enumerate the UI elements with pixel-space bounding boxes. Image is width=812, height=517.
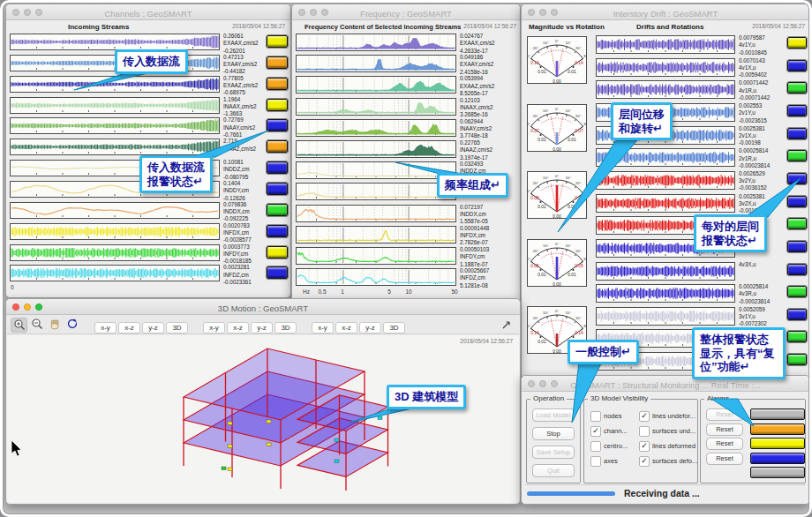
channel-name: 4v1X,u xyxy=(739,64,767,71)
zoom-window-icon[interactable] xyxy=(35,303,42,311)
view-button-y-z[interactable]: y-z xyxy=(142,322,164,333)
reset-button[interactable]: Reset xyxy=(706,438,743,450)
alarms-group: Alarms ResetResetResetReset xyxy=(700,399,806,483)
view-button-y-z[interactable]: y-z xyxy=(251,322,273,333)
minimize-icon[interactable] xyxy=(539,380,546,387)
spectrum-plot xyxy=(297,99,455,115)
alarm-indicator xyxy=(787,60,807,71)
annotation-pair-alarm-status: 每对的层间 报警状态↵ xyxy=(694,214,767,252)
value-max: 0.002553 xyxy=(739,102,767,109)
checkbox-lines-deformed[interactable]: ✓ xyxy=(639,441,650,452)
close-icon[interactable] xyxy=(528,380,535,387)
view-button-x-z[interactable]: x-z xyxy=(227,322,249,333)
view-button-x-y[interactable]: x-y xyxy=(312,322,334,333)
close-icon[interactable] xyxy=(12,303,19,311)
reset-button[interactable]: Reset xyxy=(706,423,743,436)
value-max: 0.00025814 xyxy=(739,147,770,154)
view-button-y-z[interactable]: y-z xyxy=(359,322,381,333)
trace-plot xyxy=(597,59,734,76)
alarm-indicator xyxy=(787,128,807,139)
trace-box xyxy=(596,35,735,54)
stream-values: 0.000258142v1R,u-0.00023814 xyxy=(739,147,770,169)
alarm-indicator xyxy=(267,140,288,153)
value-max: 0.032493 xyxy=(460,161,485,168)
checkbox-surfaces-und-[interactable] xyxy=(639,426,650,437)
view-button-x-z[interactable]: x-z xyxy=(118,322,140,333)
pan-icon xyxy=(49,318,61,330)
reset-button: Reset xyxy=(706,408,743,421)
value-max: 0.0052059 xyxy=(739,306,767,313)
zoom-out-tool-button[interactable] xyxy=(28,318,45,333)
value-max: 0.0025381 xyxy=(739,193,765,200)
checkbox-row: ✓chann... xyxy=(590,423,628,438)
alarm-row xyxy=(706,466,800,479)
window-lights[interactable] xyxy=(528,380,558,387)
view-button-x-y[interactable]: x-y xyxy=(94,322,117,333)
view-button-3D[interactable]: 3D xyxy=(274,322,297,333)
window-lights[interactable] xyxy=(12,303,42,311)
timestamp: 2018/05/04 12:56:27 xyxy=(460,338,513,344)
channel-name: INFDY,cm xyxy=(223,251,252,258)
pointer-mode-icon[interactable] xyxy=(500,318,512,333)
value-min: -0.0059402 xyxy=(739,71,767,79)
checkbox-surfaces-defo-[interactable]: ✓ xyxy=(639,456,650,467)
channel-name: 4v3R,u xyxy=(739,290,770,297)
view-button-x-y[interactable]: x-y xyxy=(203,322,225,333)
motion-titlebar[interactable]: 3D Motion : GeoSMART xyxy=(6,299,520,315)
stop-button[interactable]: Stop xyxy=(532,427,575,440)
value-max: 0.00050103 xyxy=(460,246,489,253)
stream-values: 0.024767EXAAX,cm/s24.2633e-17 xyxy=(460,33,495,55)
alarm-indicator xyxy=(267,78,288,90)
stream-values: 0.10081INDDZ,cm-0.080795 xyxy=(223,159,249,181)
view-button-x-z[interactable]: x-z xyxy=(335,322,357,333)
minimize-icon[interactable] xyxy=(24,303,31,311)
alarm-row: Reset xyxy=(706,423,800,436)
value-min: -0.0023361 xyxy=(223,279,252,286)
checkbox-centro-[interactable] xyxy=(590,441,601,452)
channel-name: INAAY,cm/s2 xyxy=(460,125,492,132)
trace-box xyxy=(10,117,220,134)
view-button-3D[interactable]: 3D xyxy=(166,322,188,333)
alarm-indicator xyxy=(787,37,807,49)
stream-row: 0.00265293v2Y,u-0.0036152 xyxy=(522,169,809,191)
checkbox-row: centro... xyxy=(590,438,628,453)
checkbox-lines-undefor-[interactable]: ✓ xyxy=(639,411,650,422)
spectrum-plot xyxy=(297,269,455,285)
stream-row: 0.00091448INFDX,cm2.7826e-07 xyxy=(292,224,520,245)
alarm-indicator xyxy=(787,82,807,94)
checkbox-nodes[interactable] xyxy=(590,411,601,422)
reset-button[interactable]: Reset xyxy=(706,453,743,465)
channel-name: 2v1R,u xyxy=(739,155,770,162)
trace-plot xyxy=(11,245,219,260)
value-max: 0.1404 xyxy=(223,180,249,187)
progress-bar xyxy=(527,491,615,496)
alarm-indicator xyxy=(787,309,807,320)
trace-box xyxy=(296,34,456,51)
zoom-window-icon[interactable] xyxy=(551,380,558,387)
value-max: 0.12103 xyxy=(460,97,492,104)
value-min: -0.00023814 xyxy=(739,162,770,169)
value-max: 0.072197 xyxy=(460,204,488,211)
alarm-indicator xyxy=(267,161,288,174)
rotate-tool-button[interactable] xyxy=(64,318,80,333)
channels-rows: 0.26061EXAAX,cm/s2-0.262010.47213EXAAY,c… xyxy=(6,4,290,297)
pan-tool-button[interactable] xyxy=(46,318,63,333)
model-canvas[interactable]: 2018/05/04 12:56:27 xyxy=(7,335,519,503)
channel-name: INAAX,cm/s2 xyxy=(223,103,256,110)
stream-values: 0.00091448INFDX,cm2.7826e-07 xyxy=(460,225,489,247)
stream-values: 0.053994EXAAZ,cm/s28.5265e-17 xyxy=(460,75,494,97)
checkbox-axes[interactable] xyxy=(590,456,601,467)
annotation-general-control: 一般控制↵ xyxy=(568,340,639,364)
trace-plot xyxy=(11,118,219,133)
value-max: 0.0003773 xyxy=(223,244,252,251)
zoom-in-tool-button[interactable] xyxy=(11,318,27,333)
stream-values: 0.47213EXAAY,cm/s2-0.44182 xyxy=(223,54,257,76)
stream-row: 0.00520593v1Y,u-0.0072302 xyxy=(522,305,809,326)
trace-box xyxy=(596,171,735,190)
alarm-row: Reset xyxy=(706,437,800,450)
view-button-3D[interactable]: 3D xyxy=(383,322,405,333)
trace-box xyxy=(296,205,456,222)
checkbox-chann-[interactable]: ✓ xyxy=(590,426,601,437)
stream-row: 0.00050103INFDY,cm1.1887e-07 xyxy=(292,245,520,266)
alarm-indicator xyxy=(267,225,288,237)
